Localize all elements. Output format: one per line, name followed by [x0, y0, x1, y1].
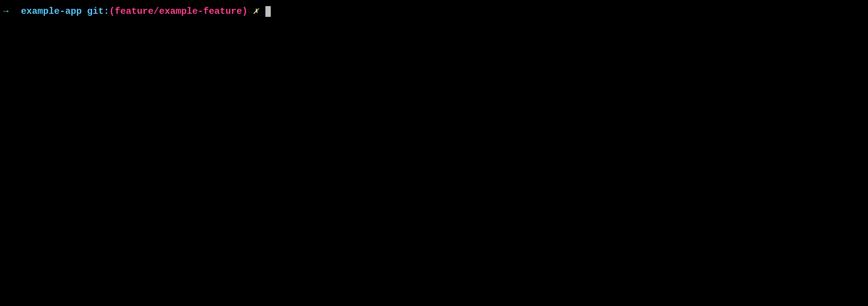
git-paren-close: )	[242, 5, 247, 17]
git-label: git:	[87, 5, 109, 17]
terminal-cursor[interactable]	[265, 6, 271, 17]
git-paren-open: (	[109, 5, 114, 17]
current-directory: example-app	[21, 5, 81, 17]
prompt-arrow-icon: →	[3, 5, 8, 17]
git-branch-name: feature/example-feature	[115, 5, 242, 17]
terminal-prompt-line[interactable]: →example-appgit:(feature/example-feature…	[3, 5, 865, 17]
git-dirty-marker-icon: ✗	[253, 5, 258, 17]
